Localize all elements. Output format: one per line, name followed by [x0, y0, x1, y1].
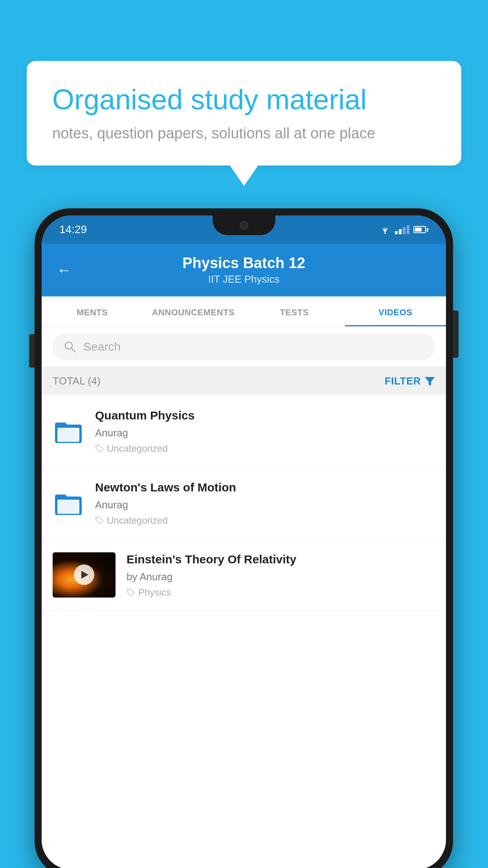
speech-bubble-title: Organised study material — [52, 83, 436, 116]
phone-outer: 14:29 — [35, 208, 453, 868]
list-item[interactable]: Einstein's Theory Of Relativity by Anura… — [42, 539, 446, 611]
status-time: 14:29 — [59, 223, 87, 236]
filter-icon — [425, 376, 435, 386]
video-info: Quantum Physics Anurag Uncategorized — [95, 408, 435, 454]
tabs-bar: MENTS ANNOUNCEMENTS TESTS VIDEOS — [42, 296, 446, 327]
thumbnail-bg — [53, 552, 116, 598]
video-tag: Uncategorized — [95, 443, 435, 454]
screen-content: ← Physics Batch 12 IIT JEE Physics MENTS… — [42, 244, 446, 868]
video-author: Anurag — [95, 499, 435, 511]
header-subtitle: IIT JEE Physics — [208, 273, 280, 285]
folder-icon-container — [53, 487, 84, 519]
video-author: by Anurag — [127, 571, 435, 583]
tag-icon — [127, 588, 135, 597]
play-triangle-icon — [81, 571, 88, 579]
video-tag: Physics — [127, 587, 435, 598]
svg-point-9 — [97, 518, 98, 519]
speech-bubble: Organised study material notes, question… — [27, 61, 461, 166]
tab-tests[interactable]: TESTS — [244, 296, 345, 326]
folder-icon — [54, 489, 83, 517]
phone-screen: 14:29 — [42, 215, 446, 868]
search-bar[interactable]: Search — [53, 334, 435, 360]
svg-line-2 — [72, 348, 75, 352]
list-item[interactable]: Quantum Physics Anurag Uncategorized — [42, 395, 446, 467]
svg-rect-8 — [57, 500, 79, 514]
speech-bubble-subtitle: notes, question papers, solutions all at… — [52, 125, 436, 142]
signal-bars-icon — [395, 225, 409, 234]
list-item[interactable]: Newton's Laws of Motion Anurag Uncategor… — [42, 467, 446, 539]
tab-ments[interactable]: MENTS — [42, 296, 143, 326]
video-title: Quantum Physics — [95, 408, 435, 423]
video-thumbnail — [53, 552, 116, 598]
status-bar: 14:29 — [42, 215, 446, 244]
status-icons — [379, 225, 428, 234]
battery-icon — [413, 226, 428, 233]
back-button[interactable]: ← — [57, 262, 72, 279]
tag-icon — [95, 444, 104, 453]
video-list: Quantum Physics Anurag Uncategorized — [42, 395, 446, 868]
video-info: Einstein's Theory Of Relativity by Anura… — [127, 552, 435, 598]
notch — [213, 215, 275, 235]
svg-point-0 — [384, 232, 386, 234]
app-header: ← Physics Batch 12 IIT JEE Physics — [42, 244, 446, 296]
wifi-icon — [379, 225, 391, 234]
tab-announcements[interactable]: ANNOUNCEMENTS — [143, 296, 244, 326]
play-button[interactable] — [74, 565, 94, 585]
svg-rect-5 — [57, 428, 79, 442]
svg-point-6 — [97, 446, 98, 447]
svg-marker-3 — [425, 377, 435, 386]
total-count: TOTAL (4) — [53, 375, 101, 387]
filter-button[interactable]: FILTER — [385, 375, 435, 387]
folder-icon-container — [53, 415, 84, 447]
video-title: Einstein's Theory Of Relativity — [127, 552, 435, 567]
video-author: Anurag — [95, 427, 435, 439]
search-icon — [64, 340, 76, 353]
svg-point-10 — [128, 590, 130, 591]
video-tag: Uncategorized — [95, 515, 435, 526]
tab-videos[interactable]: VIDEOS — [345, 296, 446, 326]
search-container: Search — [42, 327, 446, 367]
phone-container: 14:29 — [35, 208, 453, 868]
tag-icon — [95, 516, 104, 525]
speech-bubble-container: Organised study material notes, question… — [27, 61, 461, 166]
search-placeholder: Search — [83, 340, 121, 353]
video-title: Newton's Laws of Motion — [95, 480, 435, 495]
header-title: Physics Batch 12 — [182, 255, 305, 272]
folder-icon — [54, 417, 83, 445]
filter-label: FILTER — [385, 375, 421, 387]
camera-dot — [240, 221, 248, 230]
filter-bar: TOTAL (4) FILTER — [42, 367, 446, 395]
video-info: Newton's Laws of Motion Anurag Uncategor… — [95, 480, 435, 526]
